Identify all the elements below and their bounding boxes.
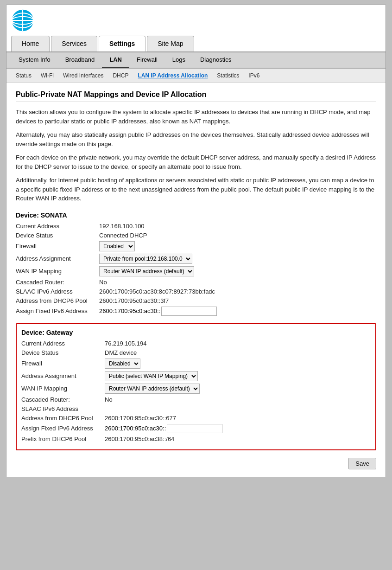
tab-wired-interfaces[interactable]: Wired Interfaces [58, 70, 108, 81]
gateway-wan-ip-select[interactable]: Router WAN IP address (default) Next una… [105, 384, 200, 394]
tab-lan-ip-alloc[interactable]: LAN IP Address Allocation [133, 70, 212, 81]
gateway-firewall-label: Firewall [21, 360, 105, 367]
second-nav: System Info Broadband LAN Firewall Logs … [6, 52, 386, 69]
gateway-device-status-label: Device Status [21, 349, 105, 356]
second-nav-lan[interactable]: LAN [102, 52, 129, 68]
gateway-ipv6-inline: 2600:1700:95c0:ac30:: [105, 424, 222, 433]
gateway-address-assign-select[interactable]: Public (select WAN IP Mapping) Private f… [105, 371, 198, 381]
content-area: Public-Private NAT Mappings and Device I… [6, 83, 386, 477]
description-3: For each device on the private network, … [16, 153, 376, 171]
header [6, 5, 386, 36]
sonata-address-assign-select[interactable]: Private from pool:192.168.100.0 Public (… [99, 254, 192, 264]
sonata-dhcp6-value: 2600:1700:95c0:ac30::3f7 [99, 297, 169, 304]
sonata-slaac-row: SLAAC IPv6 Address 2600:1700:95c0:ac30:8… [16, 288, 376, 295]
gateway-address-assign-label: Address Assignment [21, 372, 105, 379]
gateway-device-status-row: Device Status DMZ device [21, 349, 371, 356]
tab-statistics[interactable]: Statistics [212, 70, 244, 81]
top-nav: Home Services Settings Site Map [6, 36, 386, 52]
sonata-wan-ip-select[interactable]: Router WAN IP address (default) Next una… [99, 266, 194, 276]
save-button[interactable]: Save [348, 458, 376, 469]
gateway-wan-ip-row: WAN IP Mapping Router WAN IP address (de… [21, 384, 371, 394]
sonata-cascaded-label: Cascaded Router: [16, 279, 99, 286]
gateway-ipv6-prefix: 2600:1700:95c0:ac30:: [105, 425, 166, 432]
sonata-slaac-label: SLAAC IPv6 Address [16, 288, 99, 295]
sonata-current-address-label: Current Address [16, 223, 99, 230]
second-nav-broadband[interactable]: Broadband [58, 52, 102, 68]
sonata-fixed-ipv6-row: Assign Fixed IPv6 Address 2600:1700:95c0… [16, 307, 376, 316]
sonata-device-status-value: Connected DHCP [99, 232, 147, 239]
gateway-fixed-ipv6-row: Assign Fixed IPv6 Address 2600:1700:95c0… [21, 424, 371, 433]
gateway-dhcp6-row: Address from DHCP6 Pool 2600:1700:95c0:a… [21, 415, 371, 422]
sonata-device-status-row: Device Status Connected DHCP [16, 232, 376, 239]
gateway-slaac-label: SLAAC IPv6 Address [21, 405, 105, 412]
sonata-firewall-row: Firewall Enabled Disabled [16, 241, 376, 251]
device-gateway-title: Device: Gateway [21, 329, 371, 336]
third-nav: Status Wi-Fi Wired Interfaces DHCP LAN I… [6, 69, 386, 83]
sonata-ipv6-inline: 2600:1700:95c0:ac30:: [99, 307, 217, 316]
sonata-address-assign-row: Address Assignment Private from pool:192… [16, 254, 376, 264]
device-gateway-section: Device: Gateway Current Address 76.219.1… [16, 323, 376, 450]
gateway-current-address-value: 76.219.105.194 [105, 340, 146, 347]
description-1: This section allows you to configure the… [16, 108, 376, 126]
sonata-wan-ip-label: WAN IP Mapping [16, 268, 99, 275]
page-title: Public-Private NAT Mappings and Device I… [16, 90, 376, 102]
top-nav-settings[interactable]: Settings [99, 36, 145, 51]
gateway-dhcp6-value: 2600:1700:95c0:ac30::677 [105, 415, 176, 422]
gateway-firewall-row: Firewall Disabled Enabled [21, 359, 371, 369]
sonata-dhcp6-label: Address from DHCP6 Pool [16, 297, 99, 304]
sonata-cascaded-row: Cascaded Router: No [16, 279, 376, 286]
tab-dhcp[interactable]: DHCP [108, 70, 133, 81]
second-nav-logs[interactable]: Logs [165, 52, 193, 68]
gateway-prefix-row: Prefix from DHCP6 Pool 2600:1700:95c0:ac… [21, 436, 371, 442]
device-sonata-section: Device: SONATA Current Address 192.168.1… [16, 211, 376, 316]
sonata-fixed-ipv6-label: Assign Fixed IPv6 Address [16, 307, 99, 314]
top-nav-home[interactable]: Home [11, 36, 50, 51]
gateway-dhcp6-label: Address from DHCP6 Pool [21, 415, 105, 422]
description-4: Additionally, for Internet public hostin… [16, 176, 376, 203]
tab-wifi[interactable]: Wi-Fi [36, 70, 58, 81]
tab-ipv6[interactable]: IPv6 [244, 70, 264, 81]
sonata-current-address-row: Current Address 192.168.100.100 [16, 223, 376, 230]
gateway-cascaded-row: Cascaded Router: No [21, 396, 371, 403]
sonata-wan-ip-row: WAN IP Mapping Router WAN IP address (de… [16, 266, 376, 276]
gateway-prefix-value: 2600:1700:95c0:ac38::/64 [105, 436, 174, 442]
sonata-cascaded-value: No [99, 279, 107, 286]
sonata-slaac-value: 2600:1700:95c0:ac30:8c07:8927:73bb:fadc [99, 288, 215, 295]
sonata-address-assign-label: Address Assignment [16, 255, 99, 262]
gateway-cascaded-label: Cascaded Router: [21, 396, 105, 403]
gateway-fixed-ipv6-input[interactable] [167, 424, 222, 433]
second-nav-sysinfo[interactable]: System Info [11, 52, 58, 68]
second-nav-diagnostics[interactable]: Diagnostics [193, 52, 239, 68]
device-sonata-title: Device: SONATA [16, 211, 376, 219]
top-nav-sitemap[interactable]: Site Map [147, 36, 194, 51]
sonata-firewall-label: Firewall [16, 243, 99, 250]
tab-status[interactable]: Status [11, 70, 36, 81]
gateway-address-assign-row: Address Assignment Public (select WAN IP… [21, 371, 371, 381]
second-nav-firewall[interactable]: Firewall [129, 52, 165, 68]
sonata-firewall-select[interactable]: Enabled Disabled [99, 241, 135, 251]
top-nav-services[interactable]: Services [51, 36, 97, 51]
gateway-wan-ip-label: WAN IP Mapping [21, 385, 105, 392]
main-container: Home Services Settings Site Map System I… [6, 5, 386, 477]
gateway-fixed-ipv6-label: Assign Fixed IPv6 Address [21, 425, 105, 432]
att-logo [11, 9, 34, 32]
gateway-device-status-value: DMZ device [105, 349, 137, 356]
gateway-cascaded-value: No [105, 396, 113, 403]
sonata-ipv6-prefix: 2600:1700:95c0:ac30:: [99, 307, 160, 314]
sonata-dhcp6-row: Address from DHCP6 Pool 2600:1700:95c0:a… [16, 297, 376, 304]
gateway-prefix-label: Prefix from DHCP6 Pool [21, 436, 105, 442]
gateway-slaac-row: SLAAC IPv6 Address [21, 405, 371, 412]
gateway-firewall-select[interactable]: Disabled Enabled [105, 359, 140, 369]
sonata-fixed-ipv6-input[interactable] [161, 307, 217, 316]
sonata-current-address-value: 192.168.100.100 [99, 223, 145, 230]
gateway-current-address-label: Current Address [21, 340, 105, 347]
save-area: Save [16, 458, 376, 469]
description-2: Alternately, you may also statically ass… [16, 130, 376, 148]
gateway-current-address-row: Current Address 76.219.105.194 [21, 340, 371, 347]
sonata-device-status-label: Device Status [16, 232, 99, 239]
